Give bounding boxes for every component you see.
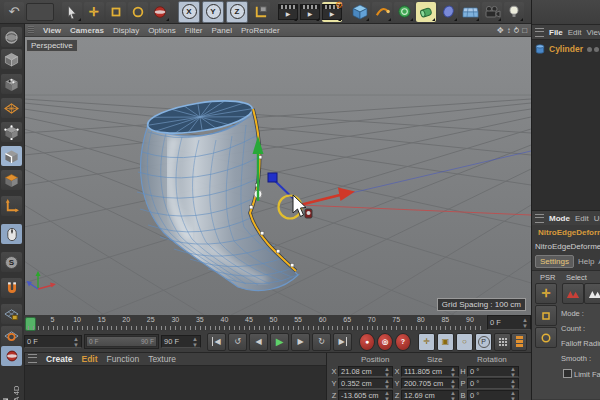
mm-menu-texture[interactable]: Texture bbox=[148, 354, 176, 364]
am-menu-edit[interactable]: Edit bbox=[575, 214, 589, 223]
render-settings-icon[interactable]: ▶⚙ bbox=[322, 2, 342, 22]
camera-label[interactable]: Perspective bbox=[26, 39, 78, 52]
render-view-icon[interactable]: ▶ bbox=[278, 2, 298, 22]
rotation-p-field[interactable]: 0 °▲▼ bbox=[467, 378, 519, 389]
frame-range-bar[interactable]: 0 F 90 F bbox=[86, 336, 157, 347]
object-name[interactable]: Cylinder bbox=[549, 44, 583, 54]
limit-falloff-checkbox[interactable]: Limit FallOff bbox=[563, 369, 600, 379]
z-axis-lock-button[interactable]: Z bbox=[226, 1, 248, 23]
lock-workplane-icon[interactable] bbox=[1, 304, 22, 324]
size-z-field[interactable]: 12.69 cm▲▼ bbox=[401, 390, 459, 400]
checkbox-icon[interactable] bbox=[563, 369, 572, 378]
planar-workplane-icon[interactable] bbox=[1, 326, 22, 346]
am-hamburger-icon[interactable] bbox=[535, 214, 544, 223]
mm-menu-edit[interactable]: Edit bbox=[81, 354, 97, 364]
object-row-cylinder[interactable]: Cylinder bbox=[532, 40, 600, 58]
timeline-ruler[interactable]: 051015202530354045505560657075808590 bbox=[24, 315, 486, 332]
psr-rotate-button[interactable] bbox=[535, 327, 557, 348]
menubar-grip[interactable] bbox=[28, 26, 34, 34]
coordinate-system-icon[interactable] bbox=[250, 2, 270, 22]
menu-panel[interactable]: Panel bbox=[212, 26, 232, 35]
size-x-field[interactable]: 111.805 cm▲▼ bbox=[401, 366, 459, 377]
size-y-field[interactable]: 200.705 cm▲▼ bbox=[401, 378, 459, 389]
goto-end-button[interactable]: ▶ bbox=[333, 333, 352, 351]
goto-start-button[interactable]: ◀ bbox=[207, 333, 226, 351]
select-white-button[interactable] bbox=[584, 283, 600, 304]
menu-cameras[interactable]: Cameras bbox=[70, 26, 104, 35]
undo-icon[interactable]: ↶ bbox=[4, 2, 24, 22]
texture-mode-icon[interactable] bbox=[1, 74, 22, 94]
render-to-picture-viewer-icon[interactable]: ▶ bbox=[300, 2, 320, 22]
x-axis-lock-button[interactable]: X bbox=[178, 1, 200, 23]
spline-pen-icon[interactable] bbox=[372, 2, 392, 22]
am-menu-user[interactable]: User bbox=[594, 214, 600, 223]
keyframe-stack-icon[interactable] bbox=[511, 333, 527, 351]
polygons-mode-icon[interactable] bbox=[1, 170, 22, 190]
deformer-icon[interactable] bbox=[416, 2, 436, 22]
record-rotation-button[interactable]: ○ bbox=[456, 333, 473, 351]
om-menu-file[interactable]: File bbox=[549, 28, 563, 37]
live-selection-icon[interactable] bbox=[62, 2, 82, 22]
mm-menu-create[interactable]: Create bbox=[46, 354, 72, 364]
viewport-toggle-icon[interactable]: □ bbox=[522, 26, 527, 35]
rotation-b-field[interactable]: 0 °▲▼ bbox=[467, 390, 519, 400]
record-position-button[interactable]: ✛ bbox=[418, 333, 435, 351]
rotate-tool-icon[interactable] bbox=[128, 2, 148, 22]
snap-icon[interactable]: S bbox=[1, 252, 22, 272]
generator-icon[interactable] bbox=[394, 2, 414, 22]
floor-environment-icon[interactable] bbox=[460, 2, 480, 22]
start-frame-field[interactable]: 0 F▲▼ bbox=[24, 335, 82, 348]
add-primitive-cube-icon[interactable] bbox=[350, 2, 370, 22]
position-y-field[interactable]: 0.352 cm▲▼ bbox=[338, 378, 393, 389]
play-backwards-button[interactable]: ↺ bbox=[228, 333, 247, 351]
edges-mode-icon[interactable] bbox=[1, 146, 22, 166]
record-scale-button[interactable]: ▣ bbox=[437, 333, 454, 351]
metaball-icon[interactable] bbox=[438, 2, 458, 22]
current-frame-marker[interactable] bbox=[25, 317, 36, 331]
play-button[interactable]: ▶ bbox=[270, 333, 289, 351]
am-menu-mode[interactable]: Mode bbox=[549, 214, 570, 223]
move-tool-icon[interactable]: ✛ bbox=[84, 2, 104, 22]
mm-hamburger-icon[interactable] bbox=[28, 354, 37, 363]
viewport-zoom-icon[interactable]: ↕ bbox=[507, 26, 511, 35]
bent-cylinder-object[interactable] bbox=[137, 95, 300, 291]
menu-options[interactable]: Options bbox=[148, 26, 176, 35]
scale-tool-icon[interactable] bbox=[106, 2, 126, 22]
y-axis-lock-button[interactable]: Y bbox=[202, 1, 224, 23]
record-keyframe-button[interactable]: ● bbox=[359, 333, 375, 351]
object-toggles[interactable] bbox=[587, 47, 599, 52]
camera-icon[interactable] bbox=[482, 2, 502, 22]
om-hamburger-icon[interactable] bbox=[535, 28, 544, 37]
viewport-pan-icon[interactable]: ✥ bbox=[497, 26, 504, 35]
menu-filter[interactable]: Filter bbox=[185, 26, 203, 35]
model-mode-icon[interactable] bbox=[1, 49, 22, 69]
keyframe-selection-button[interactable]: ? bbox=[395, 333, 411, 351]
menu-view[interactable]: View bbox=[43, 26, 61, 35]
loop-button[interactable]: ↻ bbox=[312, 333, 331, 351]
enable-axis-icon[interactable] bbox=[1, 196, 22, 216]
make-editable-icon[interactable] bbox=[1, 27, 22, 47]
magnet-snap-icon[interactable] bbox=[1, 278, 22, 298]
tweak-mouse-icon[interactable] bbox=[1, 224, 22, 244]
autokey-button[interactable]: ◎ bbox=[377, 333, 393, 351]
tab-settings[interactable]: Settings bbox=[535, 255, 574, 268]
frame-range-slider[interactable]: 0 F 90 F bbox=[84, 334, 159, 349]
redo-slot[interactable] bbox=[26, 3, 54, 21]
points-mode-icon[interactable] bbox=[1, 122, 22, 142]
perspective-viewport[interactable]: Perspective Grid Spacing : 100 cm bbox=[24, 37, 531, 315]
viewport-rotate-icon[interactable]: ⥁ bbox=[514, 26, 519, 35]
rotation-h-field[interactable]: 0 °▲▼ bbox=[467, 366, 519, 377]
psr-scale-button[interactable] bbox=[535, 305, 557, 326]
transform-gizmo[interactable] bbox=[253, 136, 356, 207]
menu-display[interactable]: Display bbox=[113, 26, 139, 35]
end-frame-field[interactable]: 90 F▲▼ bbox=[161, 335, 201, 348]
current-frame-field[interactable]: 0 F▲▼ bbox=[487, 315, 531, 330]
menu-prorender[interactable]: ProRender bbox=[241, 26, 280, 35]
psr-move-button[interactable]: ✛ bbox=[535, 283, 557, 304]
record-parameter-button[interactable]: P bbox=[475, 333, 492, 351]
last-used-tool-icon[interactable] bbox=[150, 2, 170, 22]
light-icon[interactable] bbox=[504, 2, 524, 22]
select-red-button[interactable] bbox=[562, 283, 584, 304]
om-menu-edit[interactable]: Edit bbox=[568, 28, 582, 37]
next-frame-button[interactable]: ▶ bbox=[291, 333, 310, 351]
